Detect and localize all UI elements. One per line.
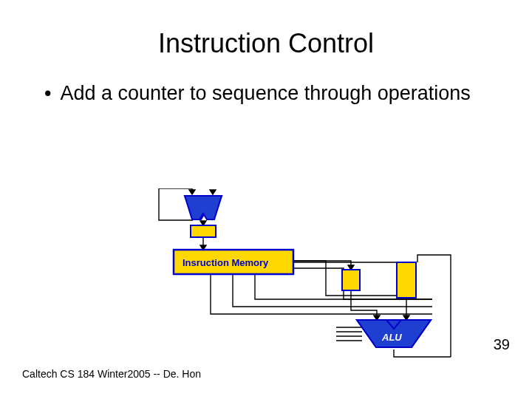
page-number: 39 (494, 336, 510, 353)
instruction-memory-label: Insruction Memory (183, 257, 269, 268)
operand-register-a (342, 270, 360, 290)
adder-block (185, 196, 222, 219)
alu-label: ALU (381, 332, 402, 343)
svg-marker-0 (189, 190, 195, 194)
bullet-item: • Add a counter to sequence through oper… (44, 81, 532, 106)
slide-title: Instruction Control (0, 28, 532, 59)
bullet-marker: • (44, 81, 51, 106)
alu-block: ALU (357, 320, 431, 347)
architecture-diagram: 1 Insruction Memory ALU (122, 188, 469, 362)
bullet-list: • Add a counter to sequence through oper… (44, 81, 532, 106)
bullet-text: Add a counter to sequence through operat… (60, 81, 470, 106)
pc-register (191, 225, 216, 237)
operand-register-b (397, 262, 416, 298)
footer-text: Caltech CS 184 Winter2005 -- De. Hon (22, 368, 201, 380)
constant-one-label: 1 (211, 188, 216, 191)
